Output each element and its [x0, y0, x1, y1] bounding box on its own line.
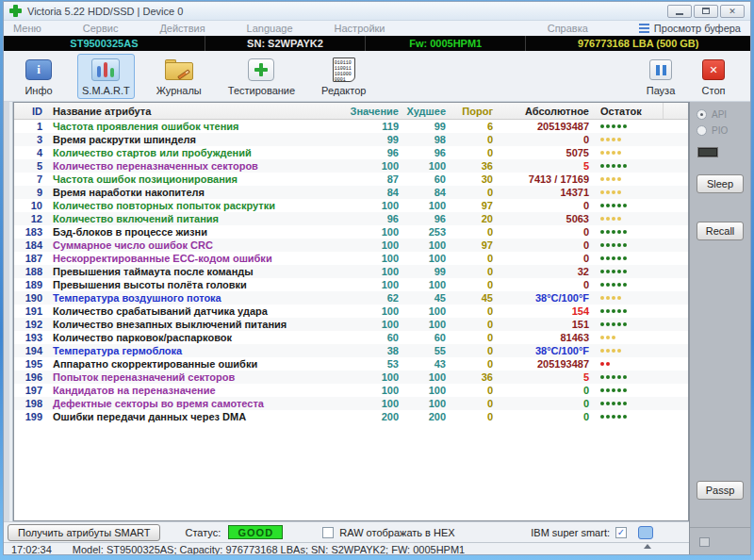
table-row[interactable]: 189 Превышения высоты полёта головки 100…	[14, 278, 688, 291]
recall-button[interactable]: Recall	[697, 222, 744, 240]
window-title: Victoria 5.22 HDD/SSD | Device 0	[27, 6, 183, 17]
smart-bars-icon	[91, 58, 120, 81]
table-row[interactable]: 196 Попыток переназначений секторов 100 …	[14, 371, 688, 384]
attr-name: Частота проявления ошибок чтения	[44, 121, 338, 132]
attr-id: 184	[14, 239, 44, 251]
attr-value: 100	[338, 279, 399, 290]
menu-actions[interactable]: Действия	[152, 23, 212, 34]
table-row[interactable]: 199 Ошибки передачи данных через DMA 200…	[14, 410, 688, 423]
menu-service[interactable]: Сервис	[75, 23, 126, 34]
header-threshold[interactable]: Порог	[446, 106, 493, 117]
smart-table-body: 1 Частота проявления ошибок чтения 119 9…	[14, 120, 688, 520]
attr-id: 197	[14, 385, 44, 396]
partial-element	[699, 537, 710, 547]
header-absolute[interactable]: Абсолютное	[493, 106, 589, 117]
attr-worst: 99	[399, 121, 446, 132]
attr-remain-dots	[589, 388, 663, 392]
stop-x-icon: ✕	[702, 59, 725, 80]
menu-settings[interactable]: Настройки	[327, 23, 393, 34]
header-value[interactable]: Значение	[338, 106, 399, 117]
menu-main[interactable]: Меню	[4, 23, 49, 34]
table-row[interactable]: 191 Количество срабатываний датчика удар…	[14, 305, 688, 318]
table-row[interactable]: 197 Кандидатов на переназначение 100 100…	[14, 384, 688, 397]
table-row[interactable]: 192 Количество внезапных выключений пита…	[14, 318, 688, 331]
pause-button[interactable]: Пауза	[639, 54, 682, 99]
table-row[interactable]: 194 Температура гермоблока 38 55 0 38°C/…	[14, 344, 688, 357]
attr-worst: 100	[399, 279, 446, 290]
table-row[interactable]: 193 Количество парковок/распарковок 60 6…	[14, 331, 688, 344]
attr-value: 100	[338, 385, 399, 396]
attr-value: 100	[338, 253, 399, 264]
get-smart-button[interactable]: Получить атрибуты SMART	[8, 524, 160, 541]
table-row[interactable]: 183 Бэд-блоков в процессе жизни 100 253 …	[14, 225, 688, 239]
table-row[interactable]: 184 Суммарное число ошибок CRC 100 100 9…	[14, 239, 688, 252]
close-button[interactable]: ✕	[720, 5, 745, 18]
radio-api[interactable]: API	[697, 109, 744, 120]
radio-pio[interactable]: PIO	[697, 125, 744, 136]
attr-value: 84	[338, 187, 399, 198]
attr-id: 196	[14, 371, 44, 383]
attr-id: 187	[14, 253, 44, 264]
testing-button[interactable]: Тестирование	[223, 54, 300, 99]
attr-value: 100	[338, 226, 399, 238]
table-row[interactable]: 10 Количество повторных попыток раскрутк…	[14, 199, 688, 212]
attr-threshold: 0	[446, 411, 493, 422]
attr-absolute: 5	[493, 371, 589, 383]
app-cross-icon	[9, 5, 22, 17]
table-row[interactable]: 187 Нескорректированные ECC-кодом ошибки…	[14, 252, 688, 265]
ibm-smart-checkbox[interactable]: ✓	[615, 527, 627, 538]
table-row[interactable]: 4 Количество стартов или пробуждений 96 …	[14, 146, 688, 159]
attr-absolute: 14371	[493, 187, 589, 198]
table-row[interactable]: 190 Температура воздушного потока 62 45 …	[14, 291, 688, 305]
attr-id: 5	[14, 160, 44, 172]
table-row[interactable]: 9 Время наработки накопителя 84 84 0 143…	[14, 186, 688, 199]
attr-id: 192	[14, 319, 44, 330]
maximize-button[interactable]	[694, 5, 718, 18]
ibm-smart-button[interactable]	[638, 526, 653, 539]
attr-absolute: 38°C/100°F	[493, 292, 589, 304]
attr-threshold: 97	[446, 200, 493, 211]
attr-name: Суммарное число ошибок CRC	[44, 239, 338, 251]
sleep-button[interactable]: Sleep	[697, 174, 744, 193]
smart-button[interactable]: S.M.A.R.T	[77, 54, 135, 99]
attr-absolute: 0	[493, 411, 589, 422]
header-remain[interactable]: Остаток	[589, 106, 663, 117]
attr-absolute: 0	[493, 253, 589, 264]
attr-id: 7	[14, 173, 44, 185]
editor-button[interactable]: 010110 110011 101000 0001 Редактор	[317, 54, 370, 99]
table-row[interactable]: 195 Аппаратно скорректированные ошибки 5…	[14, 357, 688, 371]
attr-remain-dots	[589, 415, 663, 419]
attr-value: 100	[338, 319, 399, 330]
header-id[interactable]: ID	[14, 106, 44, 117]
header-name[interactable]: Название атрибута	[44, 106, 338, 117]
menu-help[interactable]: Справка	[538, 23, 596, 34]
buffer-view-button[interactable]: Просмотр буфера	[639, 23, 741, 34]
journals-button[interactable]: Журналы	[152, 54, 206, 99]
table-row[interactable]: 7 Частота ошибок позиционирования 87 60 …	[14, 173, 688, 186]
attr-value: 200	[338, 411, 399, 422]
attr-remain-dots	[589, 309, 663, 313]
table-row[interactable]: 1 Частота проявления ошибок чтения 119 9…	[14, 120, 688, 133]
table-row[interactable]: 188 Превышения таймаута после команды 10…	[14, 265, 688, 278]
table-row[interactable]: 198 Дефектные секторы во время самотеста…	[14, 397, 688, 410]
scroll-up-icon[interactable]	[644, 544, 651, 549]
app-window: Victoria 5.22 HDD/SSD | Device 0 ✕ Меню …	[3, 1, 751, 555]
attr-id: 198	[14, 398, 44, 409]
attr-id: 193	[14, 332, 44, 343]
menu-language[interactable]: Language	[239, 23, 301, 34]
header-worst[interactable]: Худшее	[399, 106, 446, 117]
attr-name: Попыток переназначений секторов	[44, 371, 338, 383]
attr-absolute: 38°C/100°F	[493, 345, 589, 356]
table-row[interactable]: 5 Количество переназначенных секторов 10…	[14, 159, 688, 173]
radio-pio-label: PIO	[712, 125, 728, 136]
table-row[interactable]: 3 Время раскрутки шпинделя 99 98 0 0	[14, 133, 688, 146]
minimize-button[interactable]	[667, 5, 692, 18]
attr-remain-dots	[589, 217, 663, 221]
passp-button[interactable]: Passp	[697, 481, 744, 500]
pause-icon	[649, 59, 672, 80]
raw-hex-checkbox[interactable]	[322, 527, 334, 538]
info-button[interactable]: i Инфо	[17, 54, 60, 99]
table-row[interactable]: 12 Количество включений питания 96 96 20…	[14, 212, 688, 225]
raw-hex-checkbox-group[interactable]: RAW отображать в HEX	[322, 527, 454, 538]
stop-button[interactable]: ✕ Стоп	[692, 54, 735, 99]
